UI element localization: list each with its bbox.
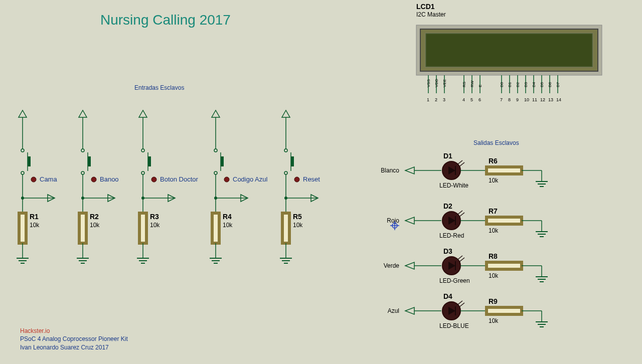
lcd-pin-label: E	[478, 85, 483, 87]
led-name: LED-BLUE	[439, 322, 469, 329]
lcd-pin-number: 14	[556, 97, 561, 102]
button-indicator[interactable]	[151, 177, 156, 182]
svg-point-21	[21, 171, 24, 174]
lcd-pin-label: D7	[556, 82, 560, 87]
svg-rect-77	[212, 213, 219, 243]
resistor-value: 10k	[90, 222, 100, 229]
svg-rect-45	[79, 213, 86, 243]
svg-point-84	[284, 149, 287, 152]
svg-point-37	[81, 171, 84, 174]
input-label: Cama	[40, 175, 57, 183]
svg-line-104	[459, 162, 464, 166]
lcd-pin-label: D4	[532, 82, 536, 87]
lcd-component: LCD1 I2C Master VSS1VDD2VEE3RS4RW5E6D07D…	[416, 3, 602, 102]
svg-rect-61	[139, 213, 146, 243]
lcd-pin-number: 8	[508, 97, 511, 102]
svg-rect-148	[487, 307, 522, 314]
svg-point-52	[141, 149, 144, 152]
button-indicator[interactable]	[91, 177, 96, 182]
inputs-group: CamaR110kBanooR210kBoton DoctorR310kCodi…	[17, 110, 320, 263]
resistor-ref: R9	[489, 297, 498, 305]
lcd-pin-label: RW	[470, 80, 474, 87]
button-indicator[interactable]	[224, 177, 229, 182]
resistor-value: 10k	[489, 177, 499, 184]
net-label: Rojo	[387, 217, 399, 224]
svg-marker-66	[212, 110, 220, 117]
lcd-pin-number: 12	[540, 97, 545, 102]
output-row: RojoD2LED-RedR710k	[387, 202, 548, 239]
svg-rect-55	[148, 156, 151, 166]
resistor-value: 10k	[489, 272, 499, 279]
button-indicator[interactable]	[31, 177, 36, 182]
lcd-pin-number: 7	[500, 97, 503, 102]
led-ref: D4	[443, 292, 452, 300]
svg-point-53	[141, 171, 144, 174]
lcd-pin-number: 13	[548, 97, 553, 102]
outputs-group: BlancoD1LED-WhiteR610kRojoD2LED-RedR710k…	[381, 152, 548, 329]
net-label: Verde	[384, 262, 400, 269]
svg-line-103	[457, 160, 462, 164]
svg-rect-23	[28, 156, 31, 166]
resistor-ref: R3	[150, 213, 159, 221]
input-label: Reset	[303, 175, 320, 183]
led-name: LED-White	[439, 182, 468, 189]
svg-rect-39	[88, 156, 91, 166]
lcd-pin-number: 2	[435, 97, 437, 102]
output-row: BlancoD1LED-WhiteR610k	[381, 152, 548, 189]
lcd-pin-label: D1	[508, 82, 512, 87]
input-label: Codigo Azul	[233, 175, 267, 183]
lcd-pin-label: RS	[462, 82, 466, 87]
svg-point-85	[284, 171, 287, 174]
output-row: VerdeD3LED-GreenR810k	[384, 247, 548, 284]
svg-marker-112	[405, 217, 414, 224]
svg-rect-87	[291, 156, 294, 166]
svg-line-145	[457, 301, 462, 305]
input-column: Codigo AzulR410k	[210, 110, 267, 263]
resistor-value: 10k	[489, 227, 499, 234]
svg-line-132	[459, 258, 464, 262]
schematic-canvas: LCD1 I2C Master VSS1VDD2VEE3RS4RW5E6D07D…	[0, 0, 642, 364]
lcd-pin-number: 9	[516, 97, 519, 102]
svg-marker-18	[19, 110, 27, 117]
svg-line-117	[457, 211, 462, 215]
resistor-ref: R4	[223, 213, 232, 221]
svg-rect-93	[282, 213, 289, 243]
lcd-pin-number: 6	[478, 97, 481, 102]
lcd-pin-label: VEE	[442, 79, 447, 87]
svg-marker-126	[405, 262, 414, 269]
lcd-type: I2C Master	[416, 11, 446, 18]
svg-marker-82	[282, 110, 290, 117]
svg-rect-29	[19, 213, 26, 243]
svg-point-20	[21, 149, 24, 152]
svg-marker-50	[139, 110, 147, 117]
lcd-pin-label: D0	[500, 82, 504, 87]
svg-rect-120	[487, 217, 522, 224]
lcd-pin-label: D5	[540, 82, 544, 87]
svg-line-131	[457, 256, 462, 260]
input-column: BanooR210k	[77, 110, 119, 263]
resistor-value: 10k	[489, 317, 499, 324]
svg-marker-98	[405, 167, 414, 174]
net-label: Blanco	[381, 167, 399, 174]
led-name: LED-Green	[439, 277, 470, 284]
net-label: Azul	[388, 307, 399, 314]
lcd-pin-label: D6	[548, 82, 552, 87]
svg-marker-34	[79, 110, 87, 117]
svg-line-146	[459, 303, 464, 307]
resistor-value: 10k	[30, 222, 40, 229]
resistor-ref: R6	[489, 157, 498, 165]
svg-line-118	[459, 213, 464, 217]
led-name: LED-Red	[439, 232, 464, 239]
svg-rect-3	[426, 34, 592, 66]
resistor-ref: R1	[30, 213, 39, 221]
input-label: Boton Doctor	[160, 175, 199, 183]
resistor-ref: R2	[90, 213, 99, 221]
lcd-pin-number: 1	[427, 97, 429, 102]
svg-point-69	[214, 171, 217, 174]
lcd-pin-number: 3	[443, 97, 445, 102]
input-column: ResetR510k	[280, 110, 320, 263]
button-indicator[interactable]	[294, 177, 299, 182]
lcd-pin-label: VDD	[434, 79, 439, 87]
led-ref: D3	[443, 247, 452, 255]
resistor-value: 10k	[150, 222, 160, 229]
